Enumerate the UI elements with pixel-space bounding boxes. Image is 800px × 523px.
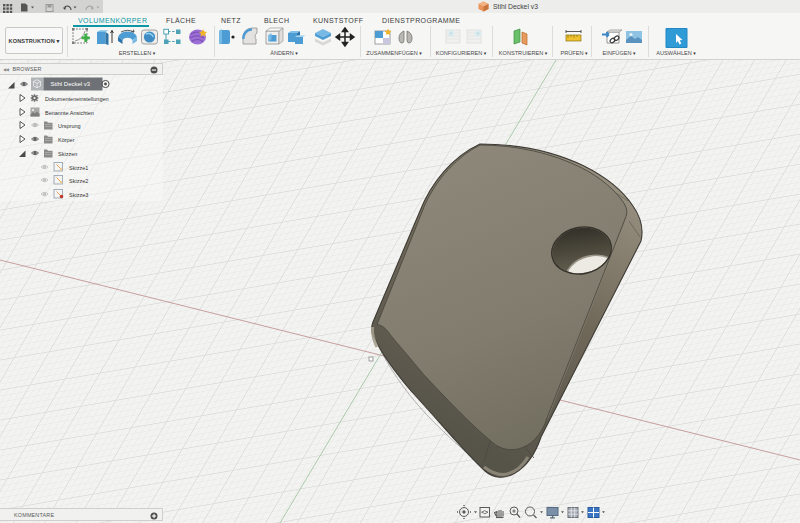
svg-text:Benannte Ansichten: Benannte Ansichten (45, 109, 94, 115)
svg-text:Dokumenteneinstellungen: Dokumenteneinstellungen (45, 96, 109, 102)
svg-text:Körper: Körper (58, 137, 75, 143)
svg-text:Stihl Deckel v3: Stihl Deckel v3 (51, 82, 91, 88)
svg-text:Skizze1: Skizze1 (69, 164, 88, 170)
svg-text:Skizze3: Skizze3 (69, 192, 88, 198)
svg-text:Skizzen: Skizzen (58, 150, 77, 156)
svg-text:Ursprung: Ursprung (58, 123, 81, 129)
svg-text:Skizze2: Skizze2 (69, 178, 88, 184)
